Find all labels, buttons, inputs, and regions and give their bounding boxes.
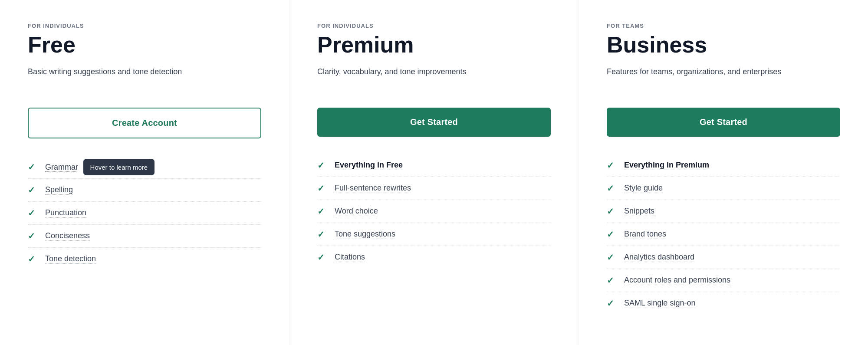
cta-button-premium[interactable]: Get Started [317,108,551,137]
feature-list-business: ✓Everything in Premium✓Style guide✓Snipp… [607,154,840,315]
plan-audience-business: FOR TEAMS [607,23,840,29]
feature-list-premium: ✓Everything in Free✓Full-sentence rewrit… [317,154,551,269]
cta-button-business[interactable]: Get Started [607,108,840,137]
plan-description-business: Features for teams, organizations, and e… [607,66,840,92]
check-icon: ✓ [28,162,38,172]
check-icon: ✓ [317,160,328,171]
feature-text: Tone suggestions [335,230,395,239]
feature-tooltip-wrapper[interactable]: GrammarHover to learn more [45,163,78,172]
list-item: ✓Spelling [28,179,261,202]
feature-text: Brand tones [624,230,666,239]
feature-text: Style guide [624,184,663,193]
tooltip-box: Hover to learn more [83,159,155,175]
list-item: ✓Snippets [607,200,840,223]
list-item: ✓Style guide [607,177,840,200]
list-item: ✓GrammarHover to learn more [28,156,261,179]
plan-name-free: Free [28,33,261,57]
list-item: ✓Account roles and permissions [607,269,840,292]
plan-card-premium: FOR INDIVIDUALSPremiumClarity, vocabular… [289,0,579,345]
feature-text: Spelling [45,185,73,195]
pricing-grid: FOR INDIVIDUALSFreeBasic writing suggest… [0,0,868,345]
check-icon: ✓ [607,275,617,286]
check-icon: ✓ [317,183,328,194]
feature-text: Everything in Premium [624,161,709,170]
list-item: ✓Citations [317,246,551,269]
feature-text: SAML single sign-on [624,299,695,308]
list-item: ✓Tone suggestions [317,223,551,246]
check-icon: ✓ [317,206,328,217]
plan-description-free: Basic writing suggestions and tone detec… [28,66,261,92]
check-icon: ✓ [607,183,617,194]
check-icon: ✓ [607,298,617,309]
feature-text: Full-sentence rewrites [335,184,411,193]
feature-text: Account roles and permissions [624,276,730,285]
list-item: ✓Conciseness [28,225,261,248]
list-item: ✓Everything in Free [317,154,551,177]
check-icon: ✓ [607,229,617,240]
cta-button-free[interactable]: Create Account [28,108,261,138]
feature-text: Grammar [45,163,78,172]
check-icon: ✓ [607,252,617,263]
feature-list-free: ✓GrammarHover to learn more✓Spelling✓Pun… [28,156,261,270]
plan-card-free: FOR INDIVIDUALSFreeBasic writing suggest… [0,0,289,345]
feature-text: Word choice [335,207,378,216]
check-icon: ✓ [317,229,328,240]
plan-audience-free: FOR INDIVIDUALS [28,23,261,29]
plan-card-business: FOR TEAMSBusinessFeatures for teams, org… [579,0,868,345]
list-item: ✓SAML single sign-on [607,292,840,315]
list-item: ✓Tone detection [28,248,261,270]
plan-name-business: Business [607,33,840,57]
feature-text: Citations [335,253,365,262]
list-item: ✓Full-sentence rewrites [317,177,551,200]
feature-text: Analytics dashboard [624,253,694,262]
plan-description-premium: Clarity, vocabulary, and tone improvemen… [317,66,551,92]
feature-text: Punctuation [45,208,86,218]
plan-name-premium: Premium [317,33,551,57]
check-icon: ✓ [607,160,617,171]
list-item: ✓Brand tones [607,223,840,246]
check-icon: ✓ [28,231,38,241]
list-item: ✓Everything in Premium [607,154,840,177]
check-icon: ✓ [28,185,38,195]
list-item: ✓Word choice [317,200,551,223]
check-icon: ✓ [607,206,617,217]
list-item: ✓Punctuation [28,202,261,225]
check-icon: ✓ [28,254,38,264]
check-icon: ✓ [317,252,328,263]
feature-text: Everything in Free [335,161,403,170]
list-item: ✓Analytics dashboard [607,246,840,269]
plan-audience-premium: FOR INDIVIDUALS [317,23,551,29]
feature-text: Snippets [624,207,654,216]
check-icon: ✓ [28,208,38,218]
feature-text: Tone detection [45,254,96,264]
feature-text: Conciseness [45,231,90,241]
